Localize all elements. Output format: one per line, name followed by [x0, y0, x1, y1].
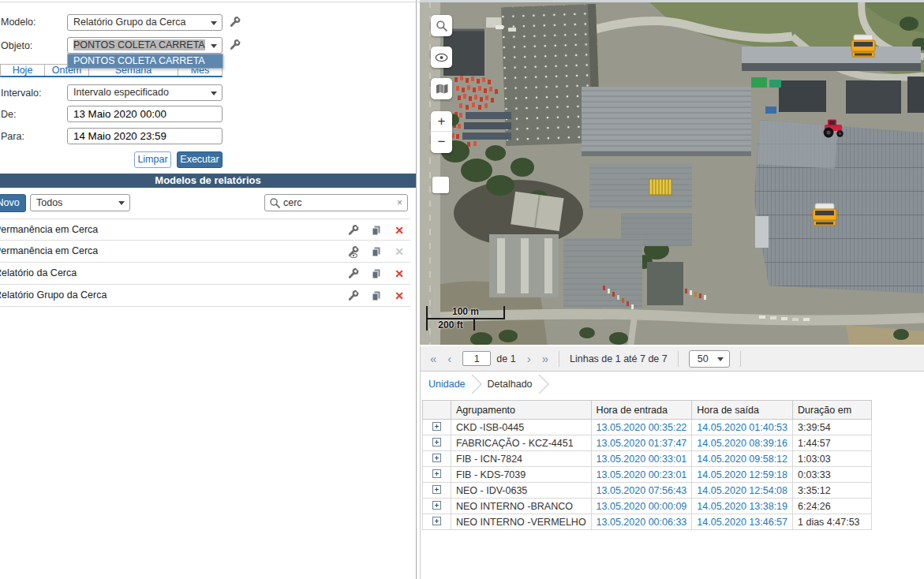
- map-visibility-button[interactable]: [431, 47, 452, 68]
- exit-time-link[interactable]: 14.05.2020 12:54:08: [692, 483, 793, 499]
- zoom-in-button[interactable]: +: [431, 111, 452, 132]
- column-header[interactable]: Hora de entrada: [591, 401, 692, 420]
- zoom-out-button[interactable]: −: [431, 132, 452, 152]
- next-page-button[interactable]: ›: [527, 353, 531, 364]
- search-input[interactable]: [283, 197, 397, 208]
- to-date-input[interactable]: [67, 128, 223, 144]
- template-list: Permanência em Cerca ✕ Permanência em Ce…: [0, 219, 410, 307]
- template-row[interactable]: Permanência em Cerca ✕: [0, 219, 410, 241]
- template-row[interactable]: Permanência em Cerca ✕: [0, 241, 410, 263]
- report-breadcrumb: Unidade Detalhado: [421, 372, 924, 397]
- delete-icon[interactable]: ✕: [393, 224, 406, 237]
- map-layers-button[interactable]: [431, 78, 452, 99]
- from-label: De:: [1, 109, 16, 120]
- breadcrumb-unit[interactable]: Unidade: [428, 379, 466, 390]
- top-divider: [0, 2, 924, 2]
- template-row[interactable]: Relatório da Cerca ✕: [0, 263, 410, 285]
- view-wrench-eye-icon[interactable]: [347, 245, 360, 258]
- group-cell: FABRICAÇÃO - KCZ-4451: [451, 435, 592, 451]
- delete-icon[interactable]: ✕: [393, 267, 406, 280]
- map-mode-button[interactable]: [432, 177, 449, 193]
- new-template-button[interactable]: Novo: [0, 194, 26, 212]
- template-row[interactable]: Relatório Grupo da Cerca ✕: [0, 285, 410, 307]
- expand-row-icon[interactable]: [432, 469, 441, 478]
- column-header[interactable]: Duração em: [793, 401, 872, 420]
- delete-icon[interactable]: ✕: [393, 290, 406, 302]
- entry-time-link[interactable]: 13.05.2020 00:23:01: [591, 467, 692, 483]
- object-settings-wrench-icon[interactable]: [229, 39, 241, 51]
- page-size-select[interactable]: 50: [689, 350, 730, 368]
- entry-time-link[interactable]: 13.05.2020 00:00:09: [591, 499, 692, 514]
- template-search-box: ×: [264, 194, 408, 211]
- prev-page-button[interactable]: ‹: [447, 353, 451, 364]
- page-number-input[interactable]: [462, 351, 491, 366]
- expand-row-icon[interactable]: [432, 454, 441, 462]
- copy-icon[interactable]: [370, 224, 383, 237]
- chevron-right-icon: [470, 374, 483, 394]
- divider: [740, 351, 741, 367]
- template-name: Relatório da Cerca: [0, 267, 77, 278]
- edit-wrench-icon[interactable]: [347, 267, 360, 280]
- entry-time-link[interactable]: 13.05.2020 00:33:01: [591, 451, 692, 467]
- last-page-button[interactable]: »: [542, 353, 548, 364]
- column-header[interactable]: Agrupamento: [451, 401, 592, 420]
- duration-cell: 3:39:54: [793, 420, 872, 435]
- map-icon: [436, 84, 448, 94]
- unit-marker-truck-yellow-1[interactable]: [851, 35, 875, 57]
- model-settings-wrench-icon[interactable]: [229, 16, 241, 28]
- table-row: NEO INTERNO -VERMELHO 13.05.2020 00:06:3…: [423, 514, 872, 530]
- template-name: Permanência em Cerca: [0, 224, 98, 235]
- expand-row-icon[interactable]: [432, 485, 441, 494]
- first-page-button[interactable]: «: [430, 353, 436, 364]
- unit-marker-truck-yellow-2[interactable]: [813, 204, 836, 226]
- table-row: FIB - KDS-7039 13.05.2020 00:23:01 14.05…: [423, 467, 872, 483]
- duration-cell: 1:44:57: [793, 435, 872, 451]
- breadcrumb-detail: Detalhado: [488, 379, 533, 390]
- exit-time-link[interactable]: 14.05.2020 08:39:16: [692, 435, 793, 451]
- object-label: Objeto:: [1, 40, 32, 51]
- object-select[interactable]: PONTOS COLETA CARRETA: [67, 37, 223, 54]
- template-filter-value: Todos: [36, 197, 62, 208]
- clear-button[interactable]: Limpar: [134, 151, 171, 168]
- group-cell: CKD -ISB-0445: [451, 420, 592, 435]
- exit-time-link[interactable]: 14.05.2020 01:40:53: [692, 420, 793, 435]
- edit-wrench-icon[interactable]: [347, 290, 360, 302]
- clear-search-icon[interactable]: ×: [397, 197, 402, 208]
- exit-time-link[interactable]: 14.05.2020 13:46:57: [692, 514, 793, 530]
- entry-time-link[interactable]: 13.05.2020 00:06:33: [591, 514, 692, 530]
- tracking-app: Modelo: Relatório Grupo da Cerca Objeto:…: [0, 0, 924, 579]
- map-canvas[interactable]: + − 100 m 200 ft: [420, 0, 924, 345]
- panel-divider: [416, 0, 417, 579]
- table-row: FIB - ICN-7824 13.05.2020 00:33:01 14.05…: [423, 451, 872, 467]
- entry-time-link[interactable]: 13.05.2020 07:56:43: [591, 483, 692, 499]
- entry-time-link[interactable]: 13.05.2020 00:35:22: [591, 420, 692, 435]
- interval-label: Intervalo:: [1, 88, 41, 99]
- entry-time-link[interactable]: 13.05.2020 01:37:47: [591, 435, 692, 451]
- tab-today[interactable]: Hoje: [1, 65, 45, 76]
- column-header[interactable]: Hora de saída: [692, 401, 793, 420]
- interval-select[interactable]: Intervalo especificado: [67, 84, 223, 101]
- copy-icon[interactable]: [370, 245, 383, 258]
- expand-row-icon[interactable]: [432, 438, 441, 446]
- template-filter-select[interactable]: Todos: [30, 194, 130, 211]
- exit-time-link[interactable]: 14.05.2020 09:58:12: [692, 451, 793, 467]
- edit-wrench-icon[interactable]: [347, 224, 360, 237]
- object-dropdown-option[interactable]: PONTOS COLETA CARRETA: [68, 54, 223, 68]
- model-select[interactable]: Relatório Grupo da Cerca: [67, 14, 223, 31]
- search-icon: [269, 197, 280, 208]
- copy-icon[interactable]: [370, 267, 383, 280]
- table-row: FABRICAÇÃO - KCZ-4451 13.05.2020 01:37:4…: [423, 435, 872, 451]
- exit-time-link[interactable]: 14.05.2020 12:59:18: [692, 467, 793, 483]
- exit-time-link[interactable]: 14.05.2020 13:38:19: [692, 499, 793, 514]
- expand-row-icon[interactable]: [432, 422, 441, 431]
- map-search-button[interactable]: [431, 15, 452, 36]
- copy-icon[interactable]: [370, 290, 383, 302]
- execute-button[interactable]: Executar: [177, 151, 223, 168]
- report-results-panel: « ‹ de 1 › » Linhas de 1 até 7 de 7 50 U…: [420, 346, 924, 579]
- group-cell: FIB - KDS-7039: [451, 467, 592, 483]
- from-date-input[interactable]: [67, 106, 223, 122]
- table-row: NEO INTERNO -BRANCO 13.05.2020 00:00:09 …: [423, 499, 872, 514]
- expand-row-icon[interactable]: [432, 517, 441, 525]
- divider: [559, 351, 559, 367]
- expand-row-icon[interactable]: [432, 501, 441, 510]
